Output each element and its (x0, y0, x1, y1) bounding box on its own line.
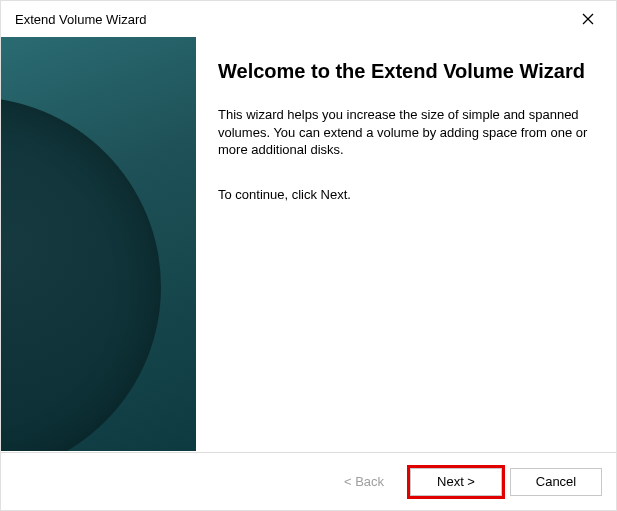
next-button[interactable]: Next > (410, 468, 502, 496)
main-content: Welcome to the Extend Volume Wizard This… (196, 37, 616, 452)
close-button[interactable] (568, 4, 608, 34)
content-area: Welcome to the Extend Volume Wizard This… (1, 37, 616, 452)
wizard-side-graphic (1, 37, 196, 451)
button-bar: < Back Next > Cancel (1, 452, 616, 510)
close-icon (582, 13, 594, 25)
wizard-instruction: To continue, click Next. (218, 187, 588, 202)
window-title: Extend Volume Wizard (15, 12, 147, 27)
back-button: < Back (318, 468, 410, 496)
titlebar: Extend Volume Wizard (1, 1, 616, 37)
wizard-window: Extend Volume Wizard Welcome to the Exte… (0, 0, 617, 511)
nav-button-group: < Back Next > (318, 468, 502, 496)
cancel-button[interactable]: Cancel (510, 468, 602, 496)
wizard-heading: Welcome to the Extend Volume Wizard (218, 59, 588, 84)
wizard-description: This wizard helps you increase the size … (218, 106, 588, 159)
